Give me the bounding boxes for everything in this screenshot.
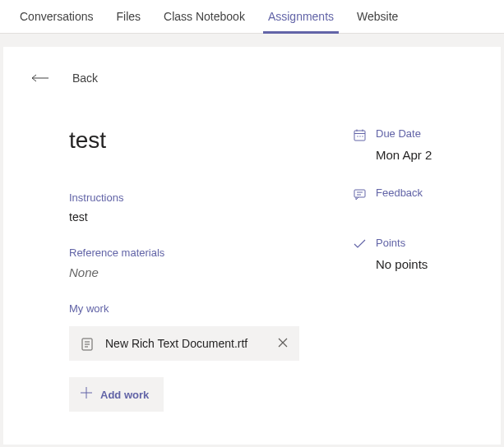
calendar-icon (353, 128, 366, 141)
assignment-card: Back test Instructions test Reference ma… (3, 47, 501, 445)
assignment-sidebar: Due Date Mon Apr 2 Feedback Points No po… (353, 127, 476, 412)
back-label: Back (72, 71, 98, 85)
instructions-value: test (69, 210, 303, 224)
due-date-label: Due Date (376, 127, 421, 140)
tab-class-notebook[interactable]: Class Notebook (152, 0, 257, 33)
attachment-item[interactable]: New Rich Text Document.rtf (69, 326, 299, 361)
reference-label: Reference materials (69, 247, 303, 259)
feedback-icon (353, 187, 366, 200)
feedback-label[interactable]: Feedback (376, 187, 423, 199)
add-work-label: Add work (100, 389, 149, 401)
back-arrow-icon (31, 72, 49, 84)
attachment-name: New Rich Text Document.rtf (105, 337, 266, 350)
tab-files[interactable]: Files (105, 0, 153, 33)
tab-assignments[interactable]: Assignments (257, 0, 345, 33)
svg-rect-11 (354, 190, 365, 197)
tab-conversations[interactable]: Conversations (8, 0, 105, 33)
tab-website[interactable]: Website (345, 0, 409, 33)
instructions-label: Instructions (69, 191, 303, 204)
remove-attachment-button[interactable] (278, 336, 288, 351)
points-value: No points (376, 257, 476, 271)
svg-point-8 (357, 136, 358, 136)
document-icon (81, 338, 94, 351)
checkmark-icon (353, 237, 366, 251)
close-icon (278, 338, 288, 348)
assignment-main: test Instructions test Reference materia… (69, 127, 303, 412)
svg-rect-4 (354, 131, 365, 141)
tab-bar: Conversations Files Class Notebook Assig… (0, 0, 504, 34)
plus-icon (81, 387, 92, 402)
assignment-title: test (69, 127, 303, 154)
reference-value: None (69, 265, 303, 279)
back-button[interactable]: Back (3, 71, 501, 85)
points-label: Points (376, 237, 405, 249)
add-work-button[interactable]: Add work (69, 377, 164, 412)
svg-point-9 (359, 136, 360, 136)
svg-point-10 (362, 136, 363, 136)
mywork-label: My work (69, 302, 303, 315)
due-date-value: Mon Apr 2 (376, 148, 476, 162)
